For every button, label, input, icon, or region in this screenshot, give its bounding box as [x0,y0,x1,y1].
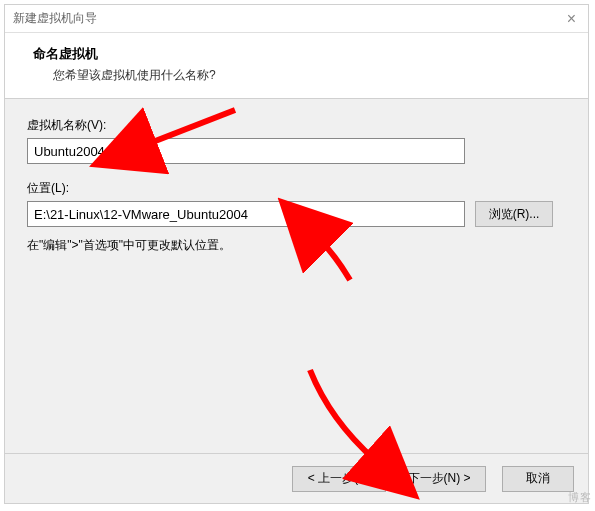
back-button[interactable]: < 上一步(B) [292,466,386,492]
footer: < 上一步(B) 下一步(N) > 取消 [5,453,588,503]
vm-name-label: 虚拟机名称(V): [27,117,566,134]
close-icon[interactable]: × [563,10,580,28]
window-title: 新建虚拟机向导 [13,10,97,27]
location-label: 位置(L): [27,180,566,197]
next-button[interactable]: 下一步(N) > [392,466,486,492]
browse-button[interactable]: 浏览(R)... [475,201,553,227]
titlebar: 新建虚拟机向导 × [5,5,588,33]
location-input[interactable] [27,201,465,227]
pref-note: 在"编辑">"首选项"中可更改默认位置。 [27,237,566,254]
watermark: 博客 [568,490,591,505]
wizard-dialog: 新建虚拟机向导 × 命名虚拟机 您希望该虚拟机使用什么名称? 虚拟机名称(V):… [4,4,589,504]
page-title: 命名虚拟机 [33,45,568,63]
cancel-button[interactable]: 取消 [502,466,574,492]
wizard-header: 命名虚拟机 您希望该虚拟机使用什么名称? [5,33,588,99]
vm-name-input[interactable] [27,138,465,164]
content-area: 虚拟机名称(V): 位置(L): 浏览(R)... 在"编辑">"首选项"中可更… [5,99,588,272]
page-subtitle: 您希望该虚拟机使用什么名称? [53,67,568,84]
